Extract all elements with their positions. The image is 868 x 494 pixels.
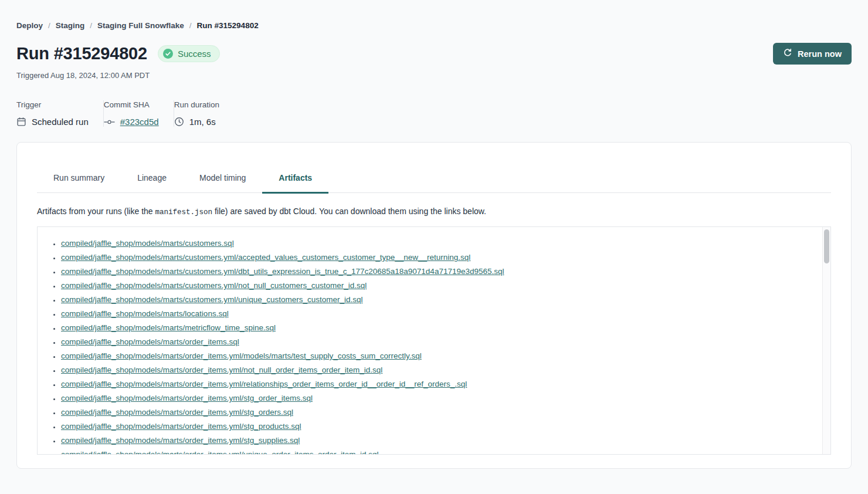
artifact-file-link[interactable]: compiled/jaffle_shop/models/marts/custom…	[61, 267, 504, 276]
status-badge: Success	[158, 45, 220, 62]
artifact-file-link[interactable]: compiled/jaffle_shop/models/marts/order_…	[61, 351, 422, 360]
artifact-file-link[interactable]: compiled/jaffle_shop/models/marts/order_…	[61, 380, 467, 388]
breadcrumb-staging[interactable]: Staging	[56, 21, 85, 30]
artifact-list-item: compiled/jaffle_shop/models/marts/metric…	[61, 321, 822, 335]
meta-trigger: Trigger Scheduled run	[16, 100, 103, 127]
artifact-file-link[interactable]: compiled/jaffle_shop/models/marts/custom…	[61, 295, 362, 304]
artifact-list-item: compiled/jaffle_shop/models/marts/custom…	[61, 293, 822, 307]
rerun-now-label: Rerun now	[798, 49, 842, 59]
artifact-list-item: compiled/jaffle_shop/models/marts/custom…	[61, 251, 822, 265]
artifact-list-item: compiled/jaffle_shop/models/marts/order_…	[61, 405, 822, 419]
meta-duration-label: Run duration	[174, 100, 219, 109]
breadcrumb-separator: /	[90, 21, 92, 30]
scrollbar-track[interactable]	[822, 227, 830, 454]
rerun-now-button[interactable]: Rerun now	[773, 43, 852, 65]
breadcrumb-separator: /	[48, 21, 50, 30]
run-detail-card: Run summary Lineage Model timing Artifac…	[16, 142, 852, 469]
run-meta-row: Trigger Scheduled run Commit SHA	[16, 100, 852, 127]
artifact-list-item: compiled/jaffle_shop/models/marts/custom…	[61, 265, 822, 279]
header: Run #315294802 Success Rerun now	[16, 43, 852, 65]
page-title: Run #315294802	[16, 44, 147, 63]
artifact-file-list-container: compiled/jaffle_shop/models/marts/custom…	[37, 226, 831, 455]
artifact-list-item: compiled/jaffle_shop/models/marts/order_…	[61, 377, 822, 391]
tab-lineage[interactable]: Lineage	[121, 172, 183, 194]
artifact-list-item: compiled/jaffle_shop/models/marts/custom…	[61, 236, 822, 251]
run-detail-page: Deploy / Staging / Staging Full Snowflak…	[0, 0, 868, 469]
artifact-list-item: compiled/jaffle_shop/models/marts/order_…	[61, 448, 822, 454]
commit-sha-link[interactable]: #323cd5d	[120, 117, 159, 127]
artifact-file-link[interactable]: compiled/jaffle_shop/models/marts/order_…	[61, 436, 300, 445]
meta-trigger-label: Trigger	[16, 100, 89, 109]
artifact-file-link[interactable]: compiled/jaffle_shop/models/marts/locati…	[61, 309, 229, 318]
breadcrumb-current-run: Run #315294802	[197, 21, 259, 30]
tab-model-timing[interactable]: Model timing	[183, 172, 262, 194]
artifact-list-item: compiled/jaffle_shop/models/marts/order_…	[61, 391, 822, 405]
meta-trigger-value: Scheduled run	[32, 117, 89, 127]
artifact-file-link[interactable]: compiled/jaffle_shop/models/marts/metric…	[61, 323, 276, 332]
artifact-list-item: compiled/jaffle_shop/models/marts/order_…	[61, 419, 822, 434]
artifact-file-link[interactable]: compiled/jaffle_shop/models/marts/order_…	[61, 394, 313, 402]
commit-icon	[104, 119, 115, 126]
tab-run-summary[interactable]: Run summary	[37, 172, 121, 194]
meta-run-duration: Run duration 1m, 6s	[174, 100, 234, 127]
triggered-timestamp: Triggered Aug 18, 2024, 12:00 AM PDT	[16, 71, 852, 80]
success-check-icon	[163, 49, 173, 59]
breadcrumb-staging-full-snowflake[interactable]: Staging Full Snowflake	[97, 21, 184, 30]
artifact-file-link[interactable]: compiled/jaffle_shop/models/marts/custom…	[61, 281, 367, 290]
artifact-file-link[interactable]: compiled/jaffle_shop/models/marts/order_…	[61, 337, 239, 346]
artifact-list: compiled/jaffle_shop/models/marts/custom…	[38, 236, 822, 454]
artifacts-description: Artifacts from your runs (like the manif…	[37, 207, 831, 216]
calendar-icon	[16, 117, 26, 127]
artifact-list-item: compiled/jaffle_shop/models/marts/custom…	[61, 279, 822, 293]
meta-commit-sha: Commit SHA #323cd5d	[104, 100, 174, 127]
status-badge-label: Success	[178, 49, 211, 59]
breadcrumb: Deploy / Staging / Staging Full Snowflak…	[16, 0, 852, 30]
artifact-file-link[interactable]: compiled/jaffle_shop/models/marts/custom…	[61, 253, 470, 262]
meta-duration-value: 1m, 6s	[189, 117, 216, 127]
artifact-list-item: compiled/jaffle_shop/models/marts/order_…	[61, 349, 822, 363]
breadcrumb-deploy[interactable]: Deploy	[16, 21, 43, 30]
artifact-file-link[interactable]: compiled/jaffle_shop/models/marts/order_…	[61, 366, 382, 374]
meta-commit-label: Commit SHA	[104, 100, 159, 109]
artifact-list-item: compiled/jaffle_shop/models/marts/order_…	[61, 363, 822, 377]
tab-bar: Run summary Lineage Model timing Artifac…	[37, 172, 831, 193]
artifact-file-link[interactable]: compiled/jaffle_shop/models/marts/order_…	[61, 422, 301, 431]
manifest-json-code: manifest.json	[155, 208, 213, 216]
scrollbar-thumb[interactable]	[824, 229, 829, 263]
artifact-file-link[interactable]: compiled/jaffle_shop/models/marts/order_…	[61, 450, 379, 454]
tab-artifacts[interactable]: Artifacts	[262, 172, 328, 194]
artifact-list-item: compiled/jaffle_shop/models/marts/locati…	[61, 307, 822, 321]
rerun-refresh-icon	[783, 48, 792, 59]
clock-icon	[174, 117, 184, 127]
artifact-list-item: compiled/jaffle_shop/models/marts/order_…	[61, 434, 822, 448]
breadcrumb-separator: /	[189, 21, 192, 30]
artifact-file-link[interactable]: compiled/jaffle_shop/models/marts/order_…	[61, 408, 293, 417]
artifact-file-link[interactable]: compiled/jaffle_shop/models/marts/custom…	[61, 239, 234, 248]
artifact-list-item: compiled/jaffle_shop/models/marts/order_…	[61, 335, 822, 349]
